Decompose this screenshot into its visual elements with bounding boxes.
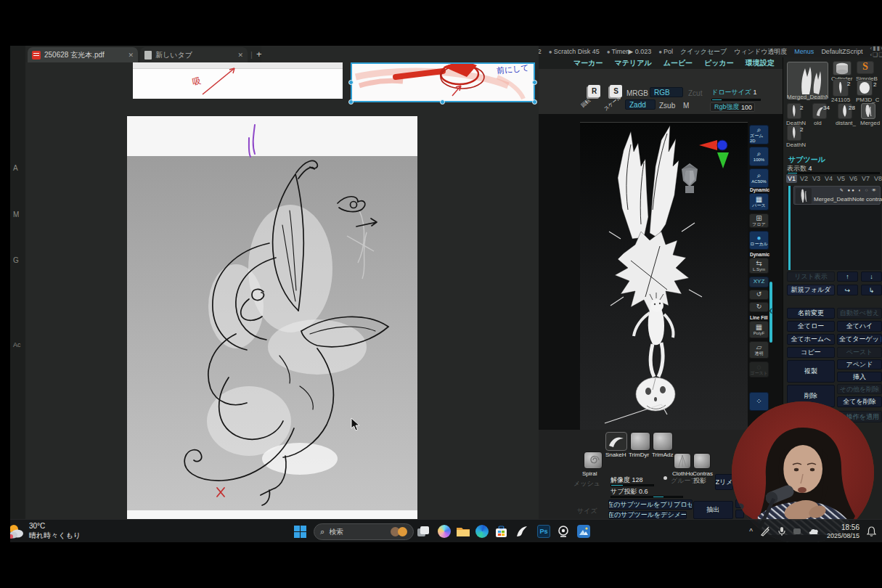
tool-thumbnail-deathnote[interactable] [787,103,801,119]
selection-handle[interactable] [348,99,354,105]
selection-handle[interactable] [532,80,537,85]
new-tab-button[interactable]: + [256,49,262,60]
all-low-button[interactable]: 全てロー [787,321,835,332]
delete-all-button[interactable]: 全てを削除 [837,396,882,407]
menus-toggle[interactable]: Menus [794,48,814,55]
pdf-page-preview-selected[interactable]: 前にして [351,62,535,102]
rgb-intensity-slider[interactable]: Rgb強度 100 [710,102,755,112]
pdf-main-page[interactable] [127,116,417,519]
subtool-list-scrollbar[interactable] [788,186,791,270]
brush-thumb-clothho[interactable] [674,453,691,469]
tray-chevron-icon[interactable]: ^ [749,528,753,536]
dim-tray-icon[interactable] [793,528,801,534]
tab-new-tab[interactable]: 新しいタブ ✕ [140,47,248,62]
photos-button[interactable] [576,524,592,539]
duplicate-button[interactable]: 複製 [787,360,835,383]
tool-thumbnail-merged[interactable] [861,103,875,119]
decimate-button[interactable]: 現在のサブツールをデシメート [608,511,687,519]
copilot-button[interactable] [436,524,452,539]
copy-button[interactable]: コピー [787,347,835,358]
subtool-toggle-icons[interactable]: ✎ ●● ◐ ◌ 👁 [840,187,878,192]
brush-thumb-spiral[interactable] [584,452,603,469]
brush-thumb-contras[interactable] [693,453,711,469]
paste-button[interactable]: ペースト [837,347,882,358]
projection-button[interactable]: 投影 [693,476,706,486]
edge-button[interactable] [474,524,490,539]
onedrive-cloud-icon[interactable] [808,528,820,535]
radio-dot-icon[interactable] [663,476,667,480]
tool-thumbnail-cylinder[interactable] [833,61,852,75]
perspective-button[interactable]: ▦パース [749,193,769,211]
floor-button[interactable]: ⊞フロア [749,213,769,228]
append-button[interactable]: アペンド [837,359,882,369]
search-highlight-icons[interactable] [391,527,407,536]
rotate-right-button[interactable]: ↻ [749,302,769,312]
list-view-button[interactable]: リスト表示 [787,271,835,282]
version-tab[interactable]: V2 [799,174,809,183]
camera-app-button[interactable] [555,524,571,539]
local-button[interactable]: ●ローカル [749,231,769,250]
move-up-button[interactable]: ↑ [837,271,858,282]
mic-tray-icon[interactable] [777,526,786,536]
delete-others-button[interactable]: その他を削除 [837,384,882,394]
tab-close-icon[interactable]: ✕ [237,52,243,59]
task-view-button[interactable] [415,524,431,539]
version-tab[interactable]: V6 [848,174,859,183]
actual-size-button[interactable]: ⌕100% [749,147,769,166]
file-explorer-button[interactable] [455,524,471,539]
taskbar-search-input[interactable]: ⌕ 検索 [314,523,414,540]
version-tab[interactable]: V1 [786,174,797,183]
rotate-tool-icon[interactable]: R [588,85,600,97]
notification-bell-icon[interactable] [867,526,876,536]
tool-thumbnail-deathnote2[interactable] [787,125,801,141]
version-tab[interactable]: V5 [836,174,846,183]
selection-handle[interactable] [348,80,354,85]
ghost-button[interactable]: ◌ゴースト [749,362,769,377]
draw-size-slider[interactable]: ドローサイズ 1 [711,88,757,97]
microsoft-store-button[interactable] [493,524,509,539]
version-tab[interactable]: V3 [811,174,822,183]
tool-thumbnail-simplebrush[interactable]: S [857,61,874,74]
m-button[interactable]: M [683,102,689,110]
solo-dots-button[interactable]: ⁘ [749,392,769,411]
sub-projection-track[interactable] [611,496,683,498]
pen-tray-icon[interactable] [760,526,770,536]
extract-button[interactable]: 抽出 [693,501,733,519]
menubar-item[interactable]: ピッカー [704,58,734,68]
rgb-button[interactable]: RGB [650,87,683,97]
tool-thumbnail-241105[interactable] [833,79,849,97]
zcut-button[interactable]: Zcut [688,89,702,97]
zadd-button[interactable]: Zadd [625,99,656,110]
resolution-track[interactable] [611,484,654,486]
version-tab[interactable]: V8 [873,174,882,183]
draw-size-track[interactable] [711,99,761,101]
selection-handle[interactable] [532,99,537,105]
all-home-button[interactable]: 全てホームへ [787,334,835,345]
lsym-button[interactable]: ⇆L.Sym [749,258,769,274]
redo-arrow-button[interactable]: ↪ [837,285,858,295]
zsub-button[interactable]: Zsub [659,102,675,110]
tab-close-icon[interactable]: ✕ [128,52,134,59]
axis-gizmo[interactable] [698,139,734,169]
menubar-item[interactable]: マーカー [573,58,603,68]
move-down-button[interactable]: ↓ [861,271,882,282]
tab-pdf-document[interactable]: 250628 玄光本.pdf ✕ [28,47,138,62]
brush-thumb-trimadz[interactable] [653,432,673,451]
zremesher-button[interactable]: Zリメ [715,474,733,490]
new-folder-button[interactable]: 新規フォルダ [787,285,835,295]
rename-button[interactable]: 名前変更 [787,308,835,319]
transparent-button[interactable]: ▱透明 [749,341,769,359]
menubar-item[interactable]: 環境設定 [746,58,775,68]
start-button[interactable] [294,526,306,538]
mrgb-button[interactable]: MRGB [626,89,648,97]
window-opacity-button[interactable]: ウィンドウ透明度 [734,47,787,57]
preprocess-button[interactable]: 現在のサブツールをプリプロセス [608,499,693,510]
auto-sort-button[interactable]: 自動並べ替え [837,308,882,319]
taskbar-weather-widget[interactable]: 30°C 晴れ時々くもり [7,522,81,540]
all-high-button[interactable]: 全てハイ [837,321,882,332]
xyz-button[interactable]: XYZ [749,277,769,287]
titlebar-nav-icons[interactable]: ‹▮▮› ‹❏❏› [870,45,882,58]
zoom2d-button[interactable]: ⌕ズーム2D [749,125,769,144]
subtool-section-header[interactable]: サブツール [788,155,825,165]
polyframe-button[interactable]: ▦PolyF [749,321,769,338]
